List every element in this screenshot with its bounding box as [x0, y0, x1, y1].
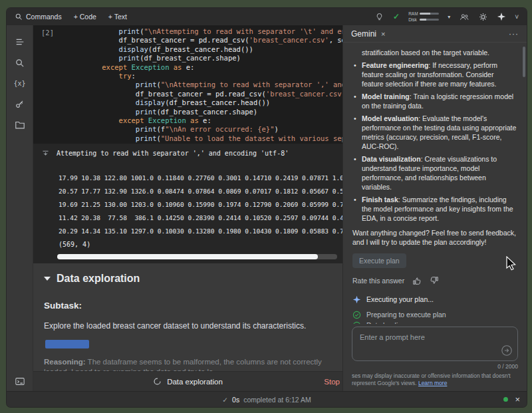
status-duration: 0s — [232, 396, 239, 404]
collapse-triangle-icon[interactable] — [44, 277, 51, 281]
resources-meter[interactable]: RAM Disk — [408, 11, 439, 22]
sidebar-item-search[interactable] — [11, 57, 29, 69]
colab-window: Commands + Code + Text ✓ RAM Disk ▾ ˅ — [7, 8, 527, 407]
status-close-icon[interactable]: × — [515, 394, 520, 404]
add-code-button[interactable]: + Code — [74, 13, 96, 21]
plan-bullet: Data visualization: Create visualization… — [352, 154, 517, 192]
gemini-close-icon[interactable]: × — [381, 30, 385, 38]
code-cell[interactable]: [2] print("\nAttempting to read with sep… — [33, 25, 342, 144]
sidebar-item-variables[interactable]: {x} — [11, 77, 29, 89]
plan-step: Data loading — [352, 320, 517, 324]
plan-bullet: Feature engineering: If necessary, perfo… — [352, 61, 517, 88]
execute-plan-button[interactable]: Execute plan — [352, 253, 406, 268]
bullet-bold-lead: Model evaluation — [362, 114, 418, 122]
learn-more-link[interactable]: Learn more — [418, 380, 447, 386]
code-line: print(f"\nAn error occurred: {e}") — [85, 125, 342, 134]
table-row: 20.57 17.77 132.90 1326.0 0.08474 0.0786… — [59, 185, 342, 198]
variables-icon: {x} — [13, 80, 25, 87]
prompt-box[interactable] — [352, 327, 518, 361]
prompt-input[interactable] — [352, 327, 517, 360]
horizontal-scrollbar[interactable] — [57, 254, 337, 259]
connected-check-icon: ✓ — [393, 12, 400, 21]
commands-button[interactable]: Commands — [15, 13, 62, 21]
left-rail: {x} — [7, 25, 33, 391]
output-text: Attempting to read with separator ',' an… — [57, 150, 289, 157]
sidebar-item-secrets[interactable] — [11, 98, 29, 110]
table-row: 17.99 10.38 122.80 1001.0 0.11840 0.2776… — [59, 172, 342, 185]
code-line: except Exception as e: — [85, 63, 342, 72]
code-line: df_breast_cancer = pd.read_csv('breast_c… — [85, 36, 342, 45]
code-line: print(df_breast_cancer.shape) — [85, 108, 342, 116]
gemini-input-area: 0 / 2000 ses may display inaccurate or o… — [343, 324, 527, 391]
step-done-check-icon — [352, 321, 361, 325]
reasoning-body: The dataframe seems to be malformed, the… — [44, 358, 322, 371]
ram-label: RAM — [408, 11, 418, 16]
code-editor[interactable]: print("\nAttempting to read with separat… — [85, 27, 342, 144]
gemini-response: stratification based on the target varia… — [343, 43, 527, 324]
code-line: print("\nAttempting to read with separat… — [85, 80, 342, 89]
bullet-bold-lead: Data visualization — [362, 155, 421, 163]
gemini-spark-small-icon — [352, 295, 361, 304]
rate-row: Rate this answer — [352, 276, 517, 285]
plan-bullet: Finish task: Summarize the findings, inc… — [352, 195, 517, 223]
subtask-heading: Subtask: — [44, 301, 342, 311]
cell-output-area: Attempting to read with separator ',' an… — [33, 144, 342, 263]
plan-bullet: Model evaluation: Evaluate the model's p… — [352, 114, 517, 151]
status-completed-text: completed at 6:12 AM — [243, 396, 311, 404]
find-icon — [15, 58, 25, 68]
send-icon[interactable] — [501, 344, 513, 356]
markdown-section: Data exploration Subtask: Explore the lo… — [33, 263, 342, 371]
executing-label: Executing your plan... — [366, 295, 434, 304]
status-check-icon: ✓ — [222, 396, 228, 404]
resources-chevron-icon[interactable]: ▾ — [448, 14, 450, 20]
add-text-button[interactable]: + Text — [108, 13, 127, 21]
table-row: 20.29 14.34 135.10 1297.0 0.10030 0.1328… — [59, 225, 342, 238]
settings-gear-icon[interactable] — [478, 12, 488, 22]
top-toolbar: Commands + Code + Text ✓ RAM Disk ▾ ˅ — [7, 8, 527, 25]
folder-icon — [15, 120, 25, 130]
assistant-bulb-icon[interactable] — [374, 12, 384, 22]
gemini-overflow-menu-icon[interactable]: ··· — [509, 29, 519, 39]
horizontal-scrollbar-thumb[interactable] — [57, 254, 318, 259]
reasoning-label: Reasoning: — [44, 358, 86, 366]
section-title: Data exploration — [57, 273, 140, 285]
key-icon — [15, 99, 25, 109]
sidebar-item-terminal[interactable] — [11, 375, 29, 387]
reasoning-text: Reasoning: The dataframe seems to be mal… — [44, 357, 340, 371]
sidebar-item-toc[interactable] — [11, 36, 29, 48]
share-people-icon[interactable] — [459, 12, 469, 22]
execution-status-label: Data exploration — [167, 378, 223, 386]
bullet-bold-lead: Finish task — [362, 196, 398, 204]
add-code-label: + Code — [74, 13, 96, 21]
inserting-text-highlight — [45, 340, 89, 348]
toc-icon — [15, 37, 25, 47]
step-label: Data loading — [366, 321, 406, 324]
code-line: print("\nAttempting to read with separat… — [85, 27, 342, 36]
bullet-bold-lead: Model training — [362, 92, 410, 100]
stop-button[interactable]: Stop — [324, 378, 340, 386]
search-icon — [15, 13, 23, 21]
output-dataframe: 17.99 10.38 122.80 1001.0 0.11840 0.2776… — [59, 172, 342, 238]
terminal-icon — [15, 376, 25, 386]
code-line: except Exception as e: — [85, 116, 342, 125]
bullet-bold-lead: Feature engineering — [362, 61, 428, 69]
gemini-title: Gemini — [351, 29, 376, 39]
bullet-continuation: stratification based on the target varia… — [362, 48, 517, 57]
thumbs-down-icon[interactable] — [430, 276, 439, 285]
kernel-status-dot — [503, 397, 508, 402]
section-header[interactable]: Data exploration — [44, 273, 342, 285]
commands-label: Commands — [26, 13, 62, 21]
disk-bar — [420, 19, 439, 21]
executing-row: Executing your plan... — [352, 295, 517, 304]
feedback-text: Want anything changed? Feel free to send… — [352, 228, 517, 247]
plan-step: Preparing to execute plan — [352, 309, 517, 320]
disclaimer: ses may display inaccurate or offensive … — [352, 372, 518, 387]
add-text-label: + Text — [108, 13, 127, 21]
sidebar-item-files[interactable] — [11, 118, 29, 130]
gemini-spark-icon[interactable] — [497, 12, 506, 21]
thumbs-up-icon[interactable] — [412, 276, 422, 285]
code-line: df_breast_cancer = pd.read_csv('breast_c… — [85, 90, 342, 98]
collapse-header-chevron-icon[interactable]: ˅ — [515, 13, 519, 21]
code-line: try: — [85, 72, 342, 80]
output-toggle-icon[interactable] — [41, 149, 50, 158]
